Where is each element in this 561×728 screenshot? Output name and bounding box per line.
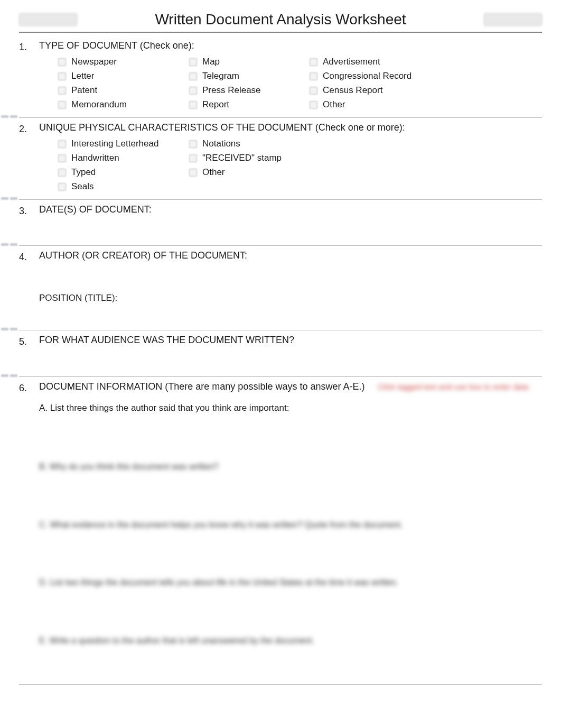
hint-text: Click tagged text and use box to enter d… (378, 382, 529, 392)
option-label: Newspaper (71, 56, 117, 68)
section-heading: FOR WHAT AUDIENCE WAS THE DOCUMENT WRITT… (39, 334, 542, 346)
checkbox-map[interactable] (189, 58, 197, 66)
nav-prev-button[interactable] (19, 13, 77, 26)
answer-area-author[interactable] (39, 266, 542, 285)
option-label: Congressional Record (323, 70, 412, 82)
question-number: 4. (19, 249, 31, 263)
answer-area-c[interactable] (39, 530, 542, 562)
nav-next-button[interactable] (484, 13, 542, 26)
section-subheading: POSITION (TITLE): (39, 292, 542, 305)
answer-area-e[interactable] (39, 646, 542, 678)
checkbox-letter[interactable] (58, 72, 66, 80)
checkbox-received-stamp[interactable] (189, 154, 197, 162)
answer-area-d[interactable] (39, 588, 542, 620)
section-type-of-document: 1. TYPE OF DOCUMENT (Check one): Newspap… (19, 36, 542, 118)
section-heading: UNIQUE PHYSICAL CHARACTERISTICS OF THE D… (39, 121, 542, 134)
checkbox-patent[interactable] (58, 87, 66, 95)
checkbox-memorandum[interactable] (58, 101, 66, 109)
question-number: 3. (19, 203, 31, 217)
page-title: Written Document Analysis Worksheet (77, 10, 484, 30)
option-label: "RECEIVED" stamp (202, 152, 282, 164)
checkbox-typed[interactable] (58, 169, 66, 177)
option-label: Handwritten (71, 152, 119, 164)
checkbox-report[interactable] (189, 101, 197, 109)
section-audience: 5. FOR WHAT AUDIENCE WAS THE DOCUMENT WR… (19, 330, 542, 376)
option-label: Notations (202, 138, 240, 150)
option-label: Map (202, 56, 220, 68)
sub-question-b: B. Why do you think this document was wr… (39, 461, 542, 473)
checkbox-census-report[interactable] (310, 87, 317, 95)
option-label: Letter (71, 70, 94, 82)
checkbox-other[interactable] (310, 101, 317, 109)
option-label: Advertisement (323, 56, 380, 68)
checkbox-congressional-record[interactable] (310, 72, 317, 80)
option-label: Patent (71, 85, 97, 97)
sub-question-c: C. What evidence in the document helps y… (39, 519, 542, 531)
checkbox-handwritten[interactable] (58, 154, 66, 162)
sub-question-d: D. List two things the document tells yo… (39, 577, 542, 588)
checkbox-letterhead[interactable] (58, 140, 66, 148)
option-label: Other (202, 167, 225, 179)
section-heading: DOCUMENT INFORMATION (There are many pos… (39, 380, 542, 393)
option-label: Interesting Letterhead (71, 138, 158, 150)
option-label: Census Report (323, 85, 382, 97)
answer-area-b[interactable] (39, 473, 542, 504)
question-number: 1. (19, 39, 31, 53)
sub-question-a: A. List three things the author said tha… (39, 402, 542, 414)
section-heading: AUTHOR (OR CREATOR) OF THE DOCUMENT: (39, 249, 542, 262)
section-heading: TYPE OF DOCUMENT (Check one): (39, 39, 542, 52)
checkbox-other-characteristic[interactable] (189, 169, 197, 177)
checkbox-seals[interactable] (58, 183, 66, 191)
section-heading: DATE(S) OF DOCUMENT: (39, 203, 542, 216)
answer-area-position[interactable] (39, 305, 542, 324)
section-dates: 3. DATE(S) OF DOCUMENT: (19, 200, 542, 246)
header: Written Document Analysis Worksheet (19, 10, 542, 33)
answer-area-dates[interactable] (39, 220, 542, 239)
question-number: 6. (19, 380, 31, 394)
option-label: Memorandum (71, 99, 127, 111)
section-heading-text: DOCUMENT INFORMATION (There are many pos… (39, 381, 364, 392)
answer-area-a[interactable] (39, 414, 542, 446)
section-document-information: 6. DOCUMENT INFORMATION (There are many … (19, 377, 542, 685)
checkbox-press-release[interactable] (189, 87, 197, 95)
checkbox-notations[interactable] (189, 140, 197, 148)
sub-question-e: E. Write a question to the author that i… (39, 635, 542, 647)
checkbox-newspaper[interactable] (58, 58, 66, 66)
section-author: 4. AUTHOR (OR CREATOR) OF THE DOCUMENT: … (19, 246, 542, 330)
option-label: Typed (71, 167, 96, 179)
question-number: 5. (19, 334, 31, 348)
option-label: Press Release (202, 85, 261, 97)
option-label: Telegram (202, 70, 239, 82)
option-label: Seals (71, 181, 94, 193)
checkbox-advertisement[interactable] (310, 58, 317, 66)
question-number: 2. (19, 121, 31, 135)
answer-area-audience[interactable] (39, 351, 542, 370)
checkbox-telegram[interactable] (189, 72, 197, 80)
section-physical-characteristics: 2. UNIQUE PHYSICAL CHARACTERISTICS OF TH… (19, 118, 542, 200)
option-label: Other (323, 99, 345, 111)
option-label: Report (202, 99, 229, 111)
